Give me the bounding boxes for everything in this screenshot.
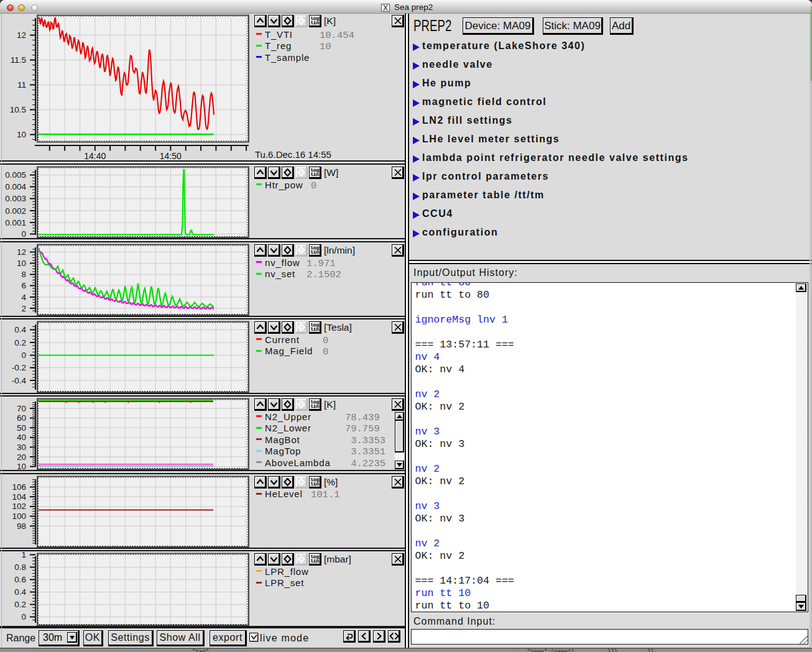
svg-text:0.005: 0.005	[5, 170, 26, 180]
svg-text:10: 10	[17, 130, 26, 139]
svg-text:30: 30	[17, 443, 26, 452]
svg-text:0.2: 0.2	[14, 600, 26, 609]
svg-text:0: 0	[21, 612, 26, 622]
svg-text:4: 4	[21, 293, 26, 302]
svg-text:11.5: 11.5	[11, 55, 26, 65]
svg-text:98: 98	[17, 521, 26, 530]
svg-text:0.4: 0.4	[14, 587, 26, 597]
svg-text:12: 12	[17, 30, 26, 40]
svg-text:2: 2	[21, 304, 26, 313]
svg-text:100: 100	[12, 512, 26, 521]
svg-text:0.002: 0.002	[5, 206, 26, 216]
svg-text:10.5: 10.5	[10, 105, 26, 114]
svg-text:-0.2: -0.2	[12, 363, 26, 372]
svg-text:0: 0	[21, 229, 26, 239]
svg-text:40: 40	[17, 433, 26, 442]
svg-text:0: 0	[21, 351, 26, 360]
svg-text:106: 106	[12, 482, 26, 492]
svg-text:104: 104	[12, 492, 26, 501]
svg-text:11: 11	[17, 80, 26, 90]
svg-text:0.2: 0.2	[14, 338, 26, 347]
svg-text:0.6: 0.6	[14, 575, 26, 584]
svg-text:12: 12	[17, 247, 26, 257]
svg-text:70: 70	[17, 404, 26, 413]
svg-text:20: 20	[17, 452, 26, 462]
svg-text:10: 10	[17, 462, 26, 471]
svg-text:50: 50	[17, 423, 26, 433]
svg-text:0.8: 0.8	[14, 562, 26, 572]
svg-text:0.4: 0.4	[14, 325, 26, 334]
svg-text:6: 6	[21, 281, 26, 290]
svg-text:14:50: 14:50	[160, 151, 182, 161]
svg-text:0.004: 0.004	[5, 182, 26, 191]
svg-text:0.001: 0.001	[5, 218, 26, 227]
svg-text:8: 8	[21, 270, 26, 279]
svg-text:10: 10	[17, 259, 26, 268]
svg-text:14:40: 14:40	[84, 151, 106, 161]
svg-text:0.003: 0.003	[5, 194, 26, 203]
svg-text:-0.4: -0.4	[12, 376, 27, 385]
svg-text:102: 102	[12, 502, 26, 511]
svg-text:1: 1	[21, 551, 26, 559]
svg-text:60: 60	[17, 413, 26, 423]
